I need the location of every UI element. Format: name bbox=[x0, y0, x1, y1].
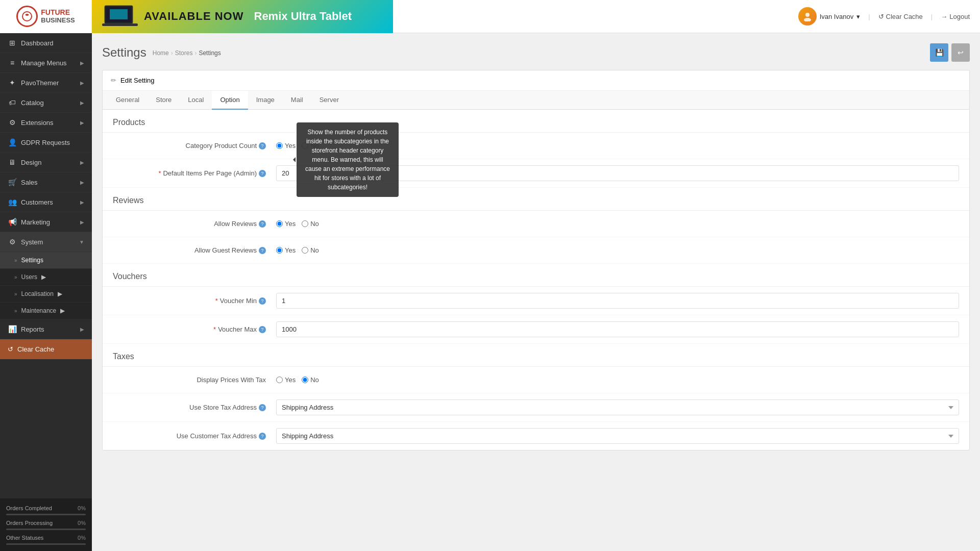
breadcrumb-stores[interactable]: Stores bbox=[175, 49, 193, 57]
tab-option[interactable]: Option bbox=[212, 91, 248, 110]
stat-value: 0% bbox=[78, 505, 86, 511]
display-prices-no[interactable] bbox=[302, 377, 308, 383]
sidebar-item-extensions[interactable]: ⚙ Extensions ▶ bbox=[0, 113, 92, 133]
back-button[interactable]: ↩ bbox=[951, 43, 970, 62]
form-label-store-tax-address: Use Store Tax Address ? bbox=[113, 404, 276, 411]
form-row-display-prices-tax: Display Prices With Tax Yes No bbox=[103, 367, 969, 393]
settings-tabs: General Store Local Option Image Mail Se… bbox=[103, 91, 969, 110]
help-icon-default-items[interactable]: ? bbox=[259, 170, 266, 177]
stat-row-processing: Orders Processing 0% bbox=[0, 517, 92, 529]
radio-yes-label[interactable]: Yes bbox=[276, 142, 296, 149]
taxes-section-title: Taxes bbox=[103, 344, 969, 367]
help-icon-category-product-count[interactable]: ? bbox=[259, 142, 266, 149]
sidebar-item-dashboard[interactable]: ⊞ Dashboard bbox=[0, 33, 92, 53]
help-icon-voucher-max[interactable]: ? bbox=[259, 326, 266, 333]
sidebar-item-pavothemer[interactable]: ✦ PavoThemer ▶ bbox=[0, 73, 92, 93]
sidebar-item-design[interactable]: 🖥 Design ▶ bbox=[0, 153, 92, 172]
banner-text: AVAILABLE NOW bbox=[144, 10, 244, 23]
sidebar-item-label: Manage Menus bbox=[21, 59, 67, 67]
products-section-title: Products bbox=[103, 110, 969, 133]
tab-mail[interactable]: Mail bbox=[283, 91, 311, 110]
customer-tax-address-select[interactable]: Shipping Address Payment Address bbox=[276, 428, 959, 444]
help-icon-store-tax-address[interactable]: ? bbox=[259, 404, 266, 411]
save-button[interactable]: 💾 bbox=[930, 43, 948, 62]
arrow-icon: ▶ bbox=[80, 100, 84, 106]
sidebar-item-marketing[interactable]: 📢 Marketing ▶ bbox=[0, 212, 92, 232]
logout-icon: → bbox=[941, 13, 947, 20]
display-prices-no-label[interactable]: No bbox=[302, 376, 319, 384]
required-asterisk: * bbox=[213, 325, 216, 333]
help-icon-voucher-min[interactable]: ? bbox=[259, 297, 266, 305]
allow-guest-reviews-yes[interactable] bbox=[276, 247, 283, 254]
sidebar-sub-label: Maintenance bbox=[21, 307, 57, 314]
help-icon-allow-guest-reviews[interactable]: ? bbox=[259, 247, 266, 254]
sidebar-item-reports[interactable]: 📊 Reports ▶ bbox=[0, 319, 92, 339]
stat-label: Other Statuses bbox=[6, 535, 43, 541]
arrow-icon: ▶ bbox=[58, 290, 62, 297]
refresh-icon: ↺ bbox=[8, 345, 13, 353]
sidebar-item-label: Sales bbox=[21, 179, 38, 186]
user-menu-button[interactable]: Ivan Ivanov ▾ bbox=[798, 7, 861, 26]
radio-yes[interactable] bbox=[276, 142, 283, 149]
dropdown-arrow: ▾ bbox=[856, 13, 860, 20]
arrow-icon: ▶ bbox=[80, 327, 84, 332]
tab-store[interactable]: Store bbox=[148, 91, 180, 110]
help-icon-allow-reviews[interactable]: ? bbox=[259, 220, 266, 228]
allow-reviews-no[interactable] bbox=[302, 220, 308, 227]
customers-icon: 👥 bbox=[8, 198, 17, 206]
allow-guest-reviews-no[interactable] bbox=[302, 247, 308, 254]
breadcrumb-home[interactable]: Home bbox=[153, 49, 169, 57]
sidebar-item-gdpr[interactable]: 👤 GDPR Requests bbox=[0, 133, 92, 153]
radio-group-allow-guest-reviews: Yes No bbox=[276, 246, 959, 254]
allow-guest-reviews-no-label[interactable]: No bbox=[302, 246, 319, 254]
allow-reviews-no-label[interactable]: No bbox=[302, 220, 319, 228]
arrow-icon: ▶ bbox=[80, 219, 84, 225]
topbar-clear-cache-button[interactable]: ↺ Clear Cache bbox=[878, 13, 923, 20]
sidebar-item-label: PavoThemer bbox=[21, 79, 59, 87]
sidebar-item-customers[interactable]: 👥 Customers ▶ bbox=[0, 192, 92, 212]
allow-guest-reviews-yes-label[interactable]: Yes bbox=[276, 246, 296, 254]
tab-local[interactable]: Local bbox=[180, 91, 212, 110]
form-label-allow-reviews: Allow Reviews ? bbox=[113, 220, 276, 228]
voucher-min-input[interactable] bbox=[276, 293, 959, 309]
form-row-voucher-min: * Voucher Min ? bbox=[103, 287, 969, 315]
sidebar-item-label: Marketing bbox=[21, 218, 50, 226]
form-label-voucher-max: * Voucher Max ? bbox=[113, 325, 276, 333]
sidebar-sub-item-maintenance[interactable]: » Maintenance ▶ bbox=[0, 303, 92, 319]
form-row-category-product-count: Category Product Count ? Yes No bbox=[103, 133, 969, 159]
sidebar-item-sales[interactable]: 🛒 Sales ▶ bbox=[0, 172, 92, 192]
allow-reviews-yes-label[interactable]: Yes bbox=[276, 220, 296, 228]
tab-general[interactable]: General bbox=[108, 91, 148, 110]
sidebar-sub-item-localisation[interactable]: » Localisation ▶ bbox=[0, 286, 92, 303]
divider2: | bbox=[931, 13, 933, 20]
form-control-store-tax-address: Shipping Address Payment Address bbox=[276, 399, 959, 415]
tab-image[interactable]: Image bbox=[248, 91, 283, 110]
laptop-icon bbox=[102, 3, 138, 29]
voucher-max-input[interactable] bbox=[276, 321, 959, 337]
help-icon-customer-tax-address[interactable]: ? bbox=[259, 433, 266, 440]
sidebar-item-label: Extensions bbox=[21, 119, 54, 127]
tab-server[interactable]: Server bbox=[311, 91, 347, 110]
allow-reviews-yes[interactable] bbox=[276, 220, 283, 227]
display-prices-yes[interactable] bbox=[276, 377, 283, 383]
page-actions: 💾 ↩ bbox=[930, 43, 970, 62]
sidebar-item-system[interactable]: ⚙ System ▼ bbox=[0, 232, 92, 252]
banner: AVAILABLE NOW Remix Ultra Tablet bbox=[92, 0, 788, 33]
stat-label: Orders Completed bbox=[6, 505, 52, 511]
logout-button[interactable]: → Logout bbox=[941, 13, 970, 20]
divider: | bbox=[868, 13, 870, 20]
display-prices-yes-label[interactable]: Yes bbox=[276, 376, 296, 384]
system-submenu: » Settings » Users ▶ » Localisation ▶ » … bbox=[0, 252, 92, 319]
sidebar-item-catalog[interactable]: 🏷 Catalog ▶ bbox=[0, 93, 92, 113]
sidebar-clear-cache-button[interactable]: ↺ Clear Cache bbox=[0, 339, 92, 359]
form-row-customer-tax-address: Use Customer Tax Address ? Shipping Addr… bbox=[103, 422, 969, 450]
breadcrumb: Home › Stores › Settings bbox=[153, 49, 221, 57]
sidebar-sub-item-settings[interactable]: » Settings bbox=[0, 252, 92, 269]
form-row-allow-reviews: Allow Reviews ? Yes No bbox=[103, 211, 969, 237]
stat-value: 0% bbox=[78, 535, 86, 541]
sidebar-sub-item-users[interactable]: » Users ▶ bbox=[0, 269, 92, 286]
reviews-section-title: Reviews bbox=[103, 188, 969, 211]
store-tax-address-select[interactable]: Shipping Address Payment Address bbox=[276, 399, 959, 415]
sidebar-item-manage-menus[interactable]: ≡ Manage Menus ▶ bbox=[0, 53, 92, 73]
themer-icon: ✦ bbox=[8, 79, 17, 87]
